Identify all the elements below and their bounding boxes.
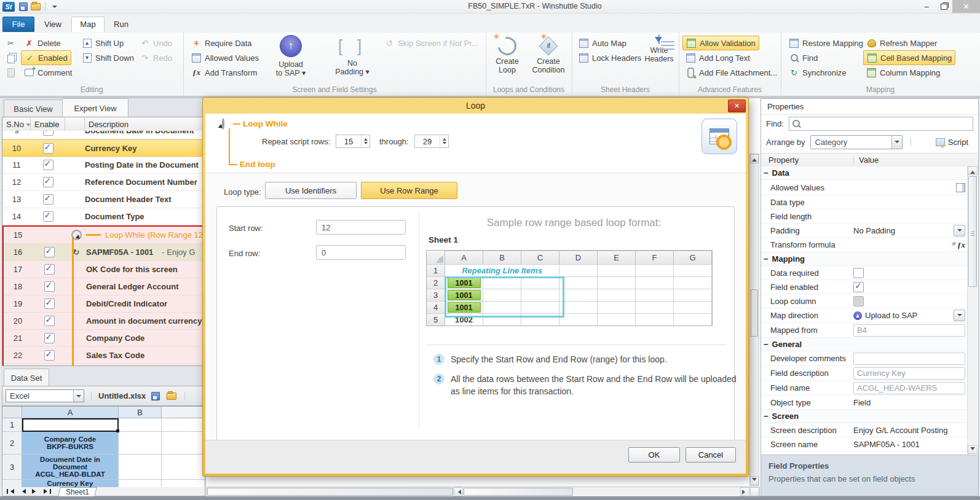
- header-description[interactable]: Description: [85, 117, 205, 131]
- prev-sheet-button[interactable]: [17, 488, 28, 495]
- repeat-rows-stepper[interactable]: 15: [336, 135, 370, 148]
- find-input[interactable]: [789, 117, 973, 131]
- header-sno[interactable]: S.No: [2, 117, 31, 131]
- lock-headers-button[interactable]: Lock Headers: [575, 51, 644, 64]
- column-header-value[interactable]: Value: [853, 155, 879, 165]
- scroll-right-button[interactable]: [740, 487, 749, 496]
- close-button[interactable]: ✕: [952, 0, 980, 13]
- use-identifiers-button[interactable]: Use Identifiers: [265, 182, 357, 199]
- row-checkbox[interactable]: [43, 194, 53, 205]
- use-row-range-button[interactable]: Use Row Range: [361, 182, 457, 199]
- row-checkbox[interactable]: [44, 264, 55, 275]
- bottom-horizontal-scrollbar[interactable]: [206, 486, 760, 497]
- corner-cell[interactable]: [2, 407, 22, 418]
- synchronize-button[interactable]: ↻Synchronize: [786, 66, 850, 79]
- table-row[interactable]: 17 OK Code for this screen: [4, 261, 204, 278]
- cell[interactable]: [119, 418, 162, 432]
- shift-up-button[interactable]: ▲Shift Up: [79, 36, 127, 50]
- header-enable[interactable]: Enable: [31, 117, 65, 131]
- allowed-values-editor-icon[interactable]: [956, 183, 965, 192]
- shift-down-button[interactable]: ▼Shift Down: [79, 51, 137, 64]
- tab-file[interactable]: File: [2, 17, 34, 32]
- first-sheet-button[interactable]: [5, 488, 15, 495]
- copy-button[interactable]: [2, 51, 19, 64]
- row-checkbox[interactable]: [44, 316, 55, 326]
- scrollbar-thumb[interactable]: [751, 289, 758, 337]
- cell-a3[interactable]: Document Date in Document ACGL_HEAD-BLDA…: [22, 455, 119, 480]
- stepper-arrows[interactable]: [361, 135, 369, 147]
- row-checkbox[interactable]: [43, 211, 53, 222]
- end-row-input[interactable]: 0: [316, 245, 406, 260]
- dataset-save-button[interactable]: [149, 391, 162, 402]
- through-stepper[interactable]: 29: [414, 135, 449, 148]
- undo-button[interactable]: ↶Undo: [136, 36, 175, 50]
- column-header-partial[interactable]: [162, 407, 205, 418]
- data-required-checkbox[interactable]: [853, 268, 864, 278]
- tab-basic-view[interactable]: Basic View: [4, 100, 63, 117]
- row-number[interactable]: 2: [2, 432, 22, 455]
- cell[interactable]: [162, 432, 205, 455]
- column-mapping-button[interactable]: Column Mapping: [863, 66, 943, 79]
- row-checkbox[interactable]: [44, 350, 55, 361]
- tab-data-set[interactable]: Data Set: [4, 369, 49, 386]
- scrollbar-thumb[interactable]: [968, 176, 977, 287]
- dialog-title-bar[interactable]: Loop: [203, 98, 748, 114]
- mapper-vertical-scrollbar[interactable]: [749, 154, 759, 486]
- loop-dialog-icon-button[interactable]: [701, 119, 737, 154]
- tab-view[interactable]: View: [36, 17, 70, 32]
- cell[interactable]: [162, 418, 205, 432]
- cut-button[interactable]: ✂: [2, 36, 19, 50]
- stepper-arrows[interactable]: [440, 135, 448, 147]
- tab-map[interactable]: Map: [71, 17, 105, 32]
- table-row[interactable]: 18 General Ledger Account: [4, 278, 204, 295]
- section-data[interactable]: −Data: [761, 166, 968, 180]
- write-headers-button[interactable]: Write Headers: [642, 35, 676, 63]
- allow-validation-toggle[interactable]: Allow Validation: [682, 36, 759, 50]
- row-number[interactable]: 3: [2, 455, 22, 480]
- screen-row[interactable]: 16 ↻ SAPMF05A - 1001- Enjoy G: [4, 244, 204, 261]
- chevron-down-icon[interactable]: [954, 310, 965, 321]
- row-number[interactable]: 1: [2, 418, 22, 432]
- mapped-from-input[interactable]: B4: [853, 324, 965, 337]
- cell-a1-selected[interactable]: [22, 418, 119, 432]
- scroll-down-button[interactable]: [750, 476, 759, 485]
- fx-icon[interactable]: ƒx: [951, 240, 965, 250]
- table-row[interactable]: 9 Document Date in Document: [2, 131, 205, 139]
- row-checkbox[interactable]: [44, 299, 55, 309]
- prop-map-direction-value[interactable]: Upload to SAP: [865, 311, 917, 320]
- cell[interactable]: [119, 432, 162, 455]
- ok-button[interactable]: OK: [628, 447, 680, 463]
- create-condition-button[interactable]: ✳ if Create Condition: [529, 35, 568, 74]
- section-general[interactable]: −General: [761, 338, 968, 351]
- next-sheet-button[interactable]: [30, 488, 40, 495]
- scroll-up-button[interactable]: [750, 154, 759, 163]
- open-button[interactable]: [30, 1, 42, 12]
- last-sheet-button[interactable]: [42, 488, 52, 495]
- field-enabled-checkbox[interactable]: [853, 282, 864, 292]
- tab-run[interactable]: Run: [106, 17, 136, 32]
- scroll-up-button[interactable]: [968, 166, 978, 175]
- restore-button[interactable]: [936, 0, 952, 13]
- redo-button[interactable]: ↷Redo: [136, 51, 175, 64]
- cancel-button[interactable]: Cancel: [686, 447, 736, 463]
- prop-padding-value[interactable]: No Padding: [853, 226, 895, 235]
- table-row[interactable]: 20 Amount in document currency: [4, 313, 204, 330]
- developer-comments-input[interactable]: [853, 353, 965, 365]
- table-row[interactable]: 19 Debit/Credit Indicator: [4, 295, 204, 313]
- dataset-open-button[interactable]: [165, 391, 178, 402]
- start-row-input[interactable]: 12: [316, 220, 406, 235]
- scroll-down-button[interactable]: [968, 445, 978, 454]
- row-checkbox[interactable]: [44, 333, 55, 343]
- delete-button[interactable]: ✗Delete: [21, 36, 64, 50]
- table-row[interactable]: 22 Sales Tax Code: [4, 347, 204, 364]
- cell-a2[interactable]: Company Code BKPF-BUKRS: [22, 432, 119, 455]
- skip-screen-button[interactable]: ↺Skip Screen if Not Pr...: [381, 36, 481, 50]
- dataset-hscroll-thumb[interactable]: [207, 488, 453, 496]
- row-checkbox[interactable]: [43, 160, 53, 170]
- quick-access-dropdown[interactable]: [49, 1, 61, 12]
- scrollbar-thumb[interactable]: [464, 488, 573, 496]
- comment-button[interactable]: Comment: [21, 66, 75, 79]
- scroll-left-button[interactable]: [454, 487, 463, 496]
- upload-to-sap-button[interactable]: ↑ Upload to SAP ▾: [271, 35, 311, 77]
- table-row[interactable]: 11 Posting Date in the Document: [2, 157, 205, 174]
